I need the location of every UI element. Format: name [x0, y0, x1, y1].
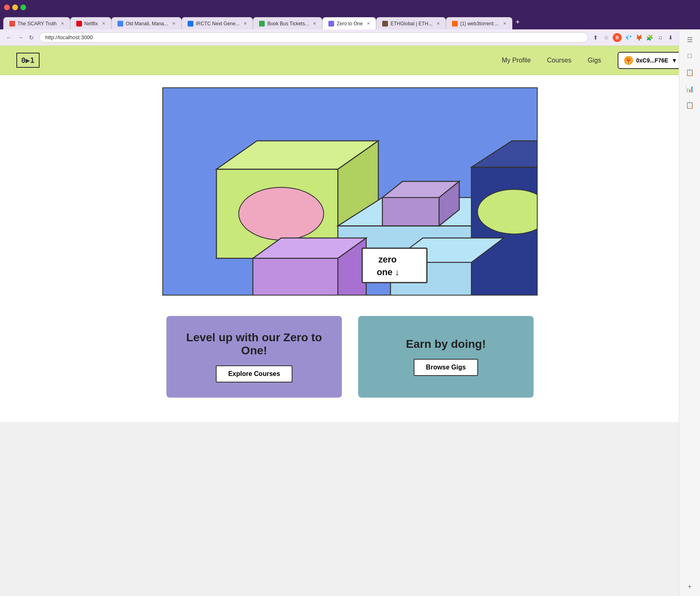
svg-marker-15: [253, 258, 338, 295]
svg-text:zero: zero: [378, 254, 397, 265]
hero-section: zero one ↓: [0, 75, 700, 308]
tab-favicon: [382, 21, 388, 27]
forward-button[interactable]: →: [16, 33, 25, 42]
wallet-extension-icon[interactable]: 💎: [624, 33, 632, 42]
website-content: 0▶1 My Profile Courses Gigs 🦊 0xC9...F76…: [0, 46, 700, 422]
tab-ethglobal[interactable]: ETHGlobal | ETH... ✕: [376, 17, 445, 29]
tab-close-btn[interactable]: ✕: [102, 21, 105, 26]
tab-irctc[interactable]: IRCTC Next Gene... ✕: [182, 17, 253, 29]
share-icon[interactable]: ⬆: [591, 33, 600, 42]
tab-close-btn[interactable]: ✕: [367, 21, 370, 26]
tab-label: Netflix: [84, 21, 98, 27]
star-icon[interactable]: ☆: [602, 33, 610, 42]
sidebar-icon-2[interactable]: □: [684, 50, 696, 62]
tab-label: Old Manali, Mana...: [126, 21, 168, 27]
browse-gigs-button[interactable]: Browse Gigs: [414, 359, 478, 376]
wallet-chevron-icon: ▼: [671, 57, 677, 64]
tab-close-btn[interactable]: ✕: [172, 21, 175, 26]
tab-close-btn[interactable]: ✕: [313, 21, 316, 26]
tab-close-btn[interactable]: ✕: [503, 21, 506, 26]
wallet-address: 0xC9...F76E: [636, 57, 669, 64]
svg-marker-8: [382, 198, 439, 226]
tab-web3torrent[interactable]: (1) web3torrent:... ✕: [446, 17, 512, 29]
hero-illustration: zero one ↓: [163, 88, 537, 295]
courses-card: Level up with our Zero to One! Explore C…: [166, 316, 342, 398]
tabs-bar: The SCARY Truth ✕ Netflix ✕ Old Manali, …: [0, 15, 700, 29]
wallet-button[interactable]: 🦊 0xC9...F76E ▼: [618, 52, 684, 69]
tab-label: The SCARY Truth: [18, 21, 57, 27]
tab-favicon: [9, 21, 15, 27]
address-input[interactable]: [39, 32, 588, 42]
tab-bus[interactable]: Book Bus Tickets... ✕: [253, 17, 322, 29]
explore-courses-button[interactable]: Explore Courses: [216, 365, 292, 383]
tab-zero-to-one[interactable]: Zero to One ✕: [322, 17, 376, 29]
reload-button[interactable]: ↻: [27, 33, 36, 42]
tab-label: (1) web3torrent:...: [460, 21, 499, 27]
brave-icon[interactable]: B: [613, 33, 622, 42]
svg-rect-20: [362, 248, 427, 282]
wallet-icon: 🦊: [624, 56, 633, 65]
svg-text:one ↓: one ↓: [377, 267, 399, 277]
tab-label: Book Bus Tickets...: [267, 21, 309, 27]
sidebar-icon-5[interactable]: 📋: [684, 99, 696, 111]
sidebar-icon-4[interactable]: 📊: [684, 82, 696, 95]
metamask-icon[interactable]: 🦊: [635, 33, 643, 42]
tab-label: ETHGlobal | ETH...: [390, 21, 432, 27]
tab-favicon: [117, 21, 123, 27]
tab-close-btn[interactable]: ✕: [61, 21, 64, 26]
new-tab-btn[interactable]: +: [512, 18, 523, 27]
tab-close-btn[interactable]: ✕: [436, 21, 440, 26]
sidebar-plus-icon[interactable]: +: [684, 580, 696, 593]
cards-section: Level up with our Zero to One! Explore C…: [0, 308, 700, 422]
minimize-btn[interactable]: [12, 4, 18, 10]
tab-favicon: [259, 21, 265, 27]
back-button[interactable]: ←: [4, 33, 14, 42]
download-icon[interactable]: ⬇: [667, 33, 675, 42]
tab-favicon: [328, 21, 334, 27]
tab-label: Zero to One: [337, 21, 363, 27]
sidebar-icon-3[interactable]: 📋: [684, 66, 696, 78]
app-logo: 0▶1: [16, 53, 40, 68]
title-bar: [0, 0, 700, 15]
window-controls[interactable]: [4, 4, 26, 10]
tab-close-btn[interactable]: ✕: [244, 21, 247, 26]
svg-point-4: [239, 187, 323, 240]
right-sidebar: ☰ □ 📋 📊 📋 + ⚙: [679, 29, 700, 596]
nav-gigs[interactable]: Gigs: [588, 57, 601, 64]
tab-favicon: [452, 21, 458, 27]
nav-courses[interactable]: Courses: [547, 57, 572, 64]
tab-scary-truth[interactable]: The SCARY Truth ✕: [3, 17, 70, 29]
sidebar-icon-1[interactable]: ☰: [684, 33, 696, 46]
courses-card-title: Level up with our Zero to One!: [179, 331, 330, 357]
extensions-icon[interactable]: 🧩: [645, 33, 653, 42]
nav-buttons: ← → ↻: [4, 33, 36, 42]
nav-links: My Profile Courses Gigs 🦊 0xC9...F76E ▼: [502, 52, 684, 69]
tab-favicon: [188, 21, 193, 27]
maximize-btn[interactable]: [20, 4, 26, 10]
gigs-card: Earn by doing! Browse Gigs: [358, 316, 534, 398]
close-btn[interactable]: [4, 4, 10, 10]
nav-my-profile[interactable]: My Profile: [502, 57, 531, 64]
gigs-card-title: Earn by doing!: [406, 338, 486, 351]
tab-netflix[interactable]: Netflix ✕: [70, 17, 111, 29]
tab-label: IRCTC Next Gene...: [196, 21, 239, 27]
music-icon[interactable]: ♫: [656, 33, 664, 42]
hero-canvas: zero one ↓: [162, 87, 538, 296]
app-navbar: 0▶1 My Profile Courses Gigs 🦊 0xC9...F76…: [0, 46, 700, 75]
address-bar: ← → ↻ ⬆ ☆ B 💎 🦊 🧩 ♫ ⬇ 📱 ⋮: [0, 29, 700, 46]
tab-favicon: [76, 21, 82, 27]
tab-manali[interactable]: Old Manali, Mana... ✕: [111, 17, 182, 29]
browser-chrome: The SCARY Truth ✕ Netflix ✕ Old Manali, …: [0, 0, 700, 46]
